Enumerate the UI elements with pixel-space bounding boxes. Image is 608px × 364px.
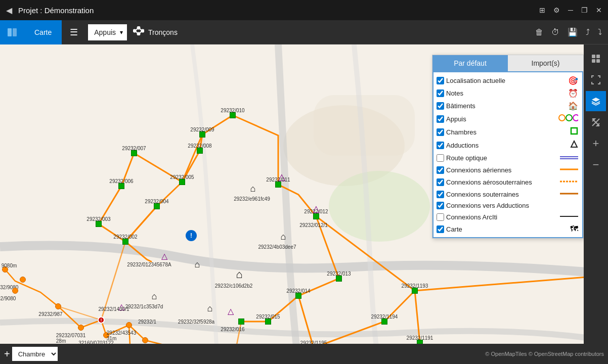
expand-button[interactable] <box>586 112 606 132</box>
layer-connexions-aerosouterraines-label: Connexions aérosouterraines <box>446 178 558 186</box>
history-icon[interactable]: ⏱ <box>549 26 561 39</box>
chambre-dropdown[interactable]: Chambre <box>12 347 58 361</box>
label-29232-1194: 29232/1194 <box>371 314 398 320</box>
connexions-aeriennes-icon <box>560 165 578 174</box>
node-29232-9080[interactable] <box>20 277 26 283</box>
house-4[interactable]: ⌂ <box>236 268 242 281</box>
house-6[interactable]: ⌂ <box>152 291 157 302</box>
route-optique-icon <box>560 153 578 162</box>
titlebar-title: Projet : Démonstration <box>18 6 94 15</box>
layer-notes: Notes ⏰ <box>433 87 582 100</box>
node-29232-016[interactable] <box>238 318 244 325</box>
app-grid-icon[interactable]: ⊞ <box>539 6 545 14</box>
house-2[interactable]: ⌂ <box>195 259 200 270</box>
house-3[interactable]: ⌂ <box>281 232 286 242</box>
menu-icon-button[interactable]: ☰ <box>62 20 86 44</box>
titlebar-left: ◀ Projet : Démonstration <box>6 6 94 15</box>
export-icon[interactable]: ⤴ <box>584 26 592 39</box>
svg-rect-0 <box>8 28 12 36</box>
error-node-1[interactable]: ! <box>98 316 105 324</box>
layer-connexions-adductions: Connexions vers Adductions <box>433 200 582 211</box>
checkbox-connexions-aerosouterraines[interactable] <box>437 178 444 186</box>
layer-connexions-aerosouterraines: Connexions aérosouterraines <box>433 176 582 188</box>
menu-icon: ☰ <box>70 27 78 38</box>
triangle-1[interactable]: △ <box>278 171 285 183</box>
tab-imports[interactable]: Import(s) <box>508 55 583 71</box>
titlebar: ◀ Projet : Démonstration ⊞ ⚙ ─ ❐ ✕ <box>0 0 608 20</box>
map-credit: © OpenMapTiles © OpenStreetMap contribut… <box>485 351 604 357</box>
dropdown-arrow-icon: ▾ <box>120 29 127 36</box>
svg-rect-29 <box>596 59 600 63</box>
add-chambre-section[interactable]: + Chambre <box>4 347 58 361</box>
zoom-out-button[interactable]: − <box>586 155 606 175</box>
checkbox-connexions-adductions[interactable] <box>437 202 444 209</box>
checkbox-connexions-arclti[interactable] <box>437 213 444 221</box>
label-house-3: 29232/4b03dee7 <box>258 244 296 250</box>
network-icon[interactable] <box>133 26 144 38</box>
carte-button[interactable]: Carte <box>24 20 62 44</box>
checkbox-appuis[interactable] <box>437 115 444 123</box>
node-29232-43543[interactable] <box>126 322 132 328</box>
node-29232-9080b[interactable] <box>12 288 18 294</box>
save-icon[interactable]: 💾 <box>566 25 580 39</box>
panel-tabs: Par défaut Import(s) <box>432 55 583 71</box>
label-29232-007: 29232/007 <box>122 146 146 151</box>
checkbox-connexions-souterraines[interactable] <box>437 191 444 198</box>
svg-rect-18 <box>571 128 577 134</box>
map-icon-button[interactable] <box>586 49 606 69</box>
layers-active-button[interactable] <box>586 91 606 111</box>
zoom-fit-button[interactable] <box>586 70 606 90</box>
label-29232-015: 29232/015 <box>256 314 280 320</box>
node-29232-987[interactable] <box>55 303 61 309</box>
svg-line-8 <box>140 31 142 33</box>
alert-node[interactable]: ! <box>186 230 197 241</box>
close-icon[interactable]: ✕ <box>596 6 602 14</box>
node-29232-0703120[interactable] <box>78 325 84 331</box>
minimize-icon[interactable]: ─ <box>568 6 573 14</box>
triangle-3[interactable]: △ <box>161 251 167 261</box>
layer-adductions: Adductions <box>433 139 582 152</box>
node-29232-42[interactable] <box>142 337 148 343</box>
back-icon[interactable]: ◀ <box>6 6 12 15</box>
triangle-5[interactable]: △ <box>228 306 234 316</box>
layer-localisation: Localisation actuelle 🎯 <box>433 74 582 87</box>
restore-icon[interactable]: ❐ <box>581 6 588 14</box>
sidebar-toggle-button[interactable] <box>0 20 24 44</box>
svg-point-3 <box>138 27 140 29</box>
house-5[interactable]: ⌂ <box>207 303 213 314</box>
label-29232-1191: 29232/1191 <box>407 335 433 341</box>
label-29232-008: 29232/008 <box>188 143 211 149</box>
zoom-in-button[interactable]: + <box>586 133 606 154</box>
map-container[interactable]: 29232/010 29232/009 29232/007 29232/008 … <box>0 44 608 364</box>
checkbox-connexions-aeriennes[interactable] <box>437 166 444 174</box>
label-29232-004: 29232/004 <box>145 199 168 204</box>
settings-icon[interactable]: ⚙ <box>553 6 560 14</box>
label-29232-013: 29232/013 <box>327 271 351 277</box>
connexions-souterraines-icon <box>560 190 578 199</box>
layer-route-optique-label: Route optique <box>446 154 558 162</box>
label-29232-009: 29232/009 <box>190 127 214 132</box>
checkbox-route-optique[interactable] <box>437 154 444 162</box>
tab-par-defaut[interactable]: Par défaut <box>432 55 508 71</box>
add-icon[interactable]: + <box>4 348 10 360</box>
checkbox-notes[interactable] <box>437 89 444 97</box>
svg-rect-1 <box>13 28 17 36</box>
appuis-dropdown-label: Appuis <box>88 28 120 36</box>
checkbox-adductions[interactable] <box>437 142 444 149</box>
triangle-2[interactable]: △ <box>313 203 320 214</box>
appuis-dropdown[interactable]: Appuis ▾ <box>88 24 127 40</box>
svg-rect-27 <box>596 55 600 58</box>
troncons-section: Tronçons <box>133 26 178 38</box>
toolbar-left: Carte ☰ Appuis ▾ Tronçons <box>0 20 178 44</box>
checkbox-chambres[interactable] <box>437 128 444 136</box>
checkbox-localisation[interactable] <box>437 77 444 84</box>
import-icon[interactable]: ⤵ <box>596 26 604 39</box>
label-29232-1: 29232/1 <box>138 319 156 325</box>
house-1[interactable]: ⌂ <box>250 184 256 194</box>
layer-connexions-arclti-label: Connexions ArcIti <box>446 213 558 221</box>
trash-icon[interactable]: 🗑 <box>533 26 545 39</box>
label-29232-1430: 29232/1430/1 <box>98 306 129 312</box>
checkbox-carte[interactable] <box>437 225 444 233</box>
checkbox-batiments[interactable] <box>437 102 444 110</box>
layer-carte: Carte 🗺 <box>433 223 582 235</box>
